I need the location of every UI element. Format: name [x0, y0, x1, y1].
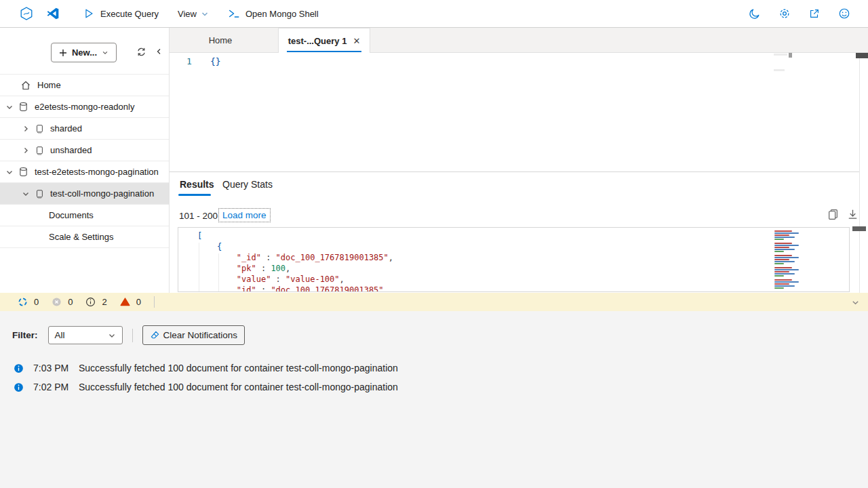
result-json-line: {: [178, 241, 768, 252]
play-icon: [83, 7, 95, 20]
collapse-panel-chevron-icon[interactable]: [851, 298, 860, 307]
scrollbar-thumb[interactable]: [856, 53, 868, 58]
download-icon[interactable]: [847, 209, 859, 221]
collapse-sidebar-icon[interactable]: [151, 43, 167, 60]
tree-item-label: Home: [37, 80, 61, 90]
result-json-line: "id" : "doc_100_1767819001385",: [178, 285, 768, 292]
execute-query-button[interactable]: Execute Query: [83, 7, 159, 20]
tab-query-stats[interactable]: Query Stats: [222, 179, 273, 190]
notification-time: 7:03 PM: [33, 363, 77, 373]
active-tab-underline: [178, 194, 211, 196]
in-progress-count-value: 0: [34, 297, 39, 307]
database-icon: [18, 167, 28, 177]
notification-item: 7:02 PMSuccessfully fetched 100 document…: [0, 378, 868, 396]
error-circle-icon: [52, 297, 62, 307]
collection-icon: [35, 124, 44, 134]
divider: [132, 329, 133, 342]
editor-code: {}: [210, 56, 221, 66]
view-menu-button[interactable]: View: [178, 9, 209, 19]
notification-list: 7:03 PMSuccessfully fetched 100 document…: [0, 359, 868, 396]
collection-icon: [35, 189, 44, 199]
eraser-icon: [150, 330, 160, 340]
editor-minimap-marker: [789, 53, 792, 58]
results-json-viewer[interactable]: [ { "_id" : "doc_100_1767819001385", "pk…: [178, 227, 850, 292]
home-icon: [20, 80, 31, 91]
settings-gear-icon[interactable]: [778, 7, 791, 20]
new-button[interactable]: New...: [51, 43, 117, 62]
chevron-down-icon[interactable]: [5, 168, 14, 176]
in-progress-count[interactable]: 0: [18, 297, 39, 307]
feedback-smiley-icon[interactable]: [838, 7, 850, 20]
divider: [154, 296, 155, 308]
open-mongo-shell-button[interactable]: Open Mongo Shell: [228, 7, 319, 20]
info-count[interactable]: 2: [85, 297, 106, 307]
new-button-label: New...: [72, 47, 97, 58]
notification-item: 7:03 PMSuccessfully fetched 100 document…: [0, 359, 868, 378]
chevron-down-icon: [201, 10, 209, 18]
result-json-line: "_id" : "doc_100_1767819001385",: [178, 252, 768, 263]
tab-home[interactable]: Home: [190, 28, 251, 52]
tree-item-label: test-coll-mongo-pagination: [50, 188, 154, 199]
collection-icon: [35, 146, 44, 155]
error-count[interactable]: 0: [52, 297, 73, 307]
chevron-down-icon[interactable]: [22, 190, 30, 198]
refresh-icon[interactable]: [133, 43, 149, 60]
notification-center: Filter: All Clear Notifications 7:03 PMS…: [0, 311, 868, 488]
load-more-link[interactable]: Load more: [218, 208, 271, 222]
filter-dropdown-value: All: [55, 330, 65, 340]
clear-notifications-label: Clear Notifications: [163, 330, 238, 340]
result-json-line: "value" : "value-100",: [178, 274, 768, 285]
tree-item-label: Scale & Settings: [49, 232, 113, 242]
view-label: View: [178, 9, 197, 19]
warning-count[interactable]: 0: [120, 297, 141, 307]
tree-item-e2etests-mongo-readonly[interactable]: e2etests-mongo-readonly: [0, 96, 169, 118]
tree-item-label: e2etests-mongo-readonly: [35, 102, 134, 112]
tab-strip: Home test-...Query 1 ✕: [170, 28, 868, 53]
theme-moon-icon[interactable]: [749, 7, 761, 20]
tree-item-label: unsharded: [50, 145, 92, 155]
notification-status-bar: 0 0 2 0: [0, 293, 868, 312]
plus-icon: [59, 49, 67, 57]
tree-item-scale-settings[interactable]: Scale & Settings: [0, 226, 169, 248]
open-mongo-shell-label: Open Mongo Shell: [245, 9, 319, 19]
editor-minimap: [774, 69, 785, 71]
database-icon: [18, 102, 28, 112]
result-range-text: 101 - 200: [179, 211, 218, 221]
info-icon: [14, 363, 24, 373]
tree-item-sharded[interactable]: sharded: [0, 118, 169, 140]
top-toolbar: Execute Query View Open Mongo Shell: [0, 0, 868, 28]
tree-item-home[interactable]: Home: [0, 74, 169, 96]
app-window: Execute Query View Open Mongo Shell: [0, 0, 868, 488]
tree-item-documents[interactable]: Documents: [0, 205, 169, 226]
chevron-down-icon[interactable]: [5, 103, 14, 111]
open-in-new-window-icon[interactable]: [808, 7, 821, 20]
resource-tree: Homee2etests-mongo-readonlyshardedunshar…: [0, 74, 169, 248]
filter-label: Filter:: [12, 330, 38, 340]
warning-triangle-icon: [120, 297, 130, 307]
chevron-down-icon: [102, 49, 108, 56]
tab-results[interactable]: Results: [180, 179, 214, 190]
close-tab-icon[interactable]: ✕: [353, 37, 360, 45]
tree-item-unsharded[interactable]: unsharded: [0, 140, 169, 161]
notification-time: 7:02 PM: [33, 382, 77, 392]
cosmos-db-logo-icon[interactable]: [19, 6, 34, 21]
warning-count-value: 0: [136, 297, 141, 307]
editor-line-number: 1: [186, 56, 192, 66]
info-count-value: 2: [102, 297, 106, 307]
clear-notifications-button[interactable]: Clear Notifications: [142, 325, 245, 345]
chevron-right-icon[interactable]: [22, 146, 30, 155]
chevron-right-icon[interactable]: [22, 125, 30, 133]
tree-item-test-e2etests-mongo-pagination[interactable]: test-e2etests-mongo-pagination: [0, 161, 169, 183]
copy-icon[interactable]: [827, 209, 840, 221]
scrollbar-track[interactable]: [859, 53, 868, 293]
error-count-value: 0: [68, 297, 73, 307]
vscode-icon[interactable]: [46, 7, 60, 20]
tree-item-label: test-e2etests-mongo-pagination: [35, 167, 159, 177]
tree-item-label: Documents: [49, 210, 94, 220]
scrollbar-thumb[interactable]: [852, 226, 866, 231]
tree-item-test-coll-mongo-pagination[interactable]: test-coll-mongo-pagination: [0, 183, 169, 205]
filter-dropdown[interactable]: All: [48, 326, 123, 344]
query-editor[interactable]: 1 {}: [170, 53, 859, 172]
tab-query[interactable]: test-...Query 1 ✕: [278, 28, 370, 53]
results-minimap: [774, 230, 804, 292]
